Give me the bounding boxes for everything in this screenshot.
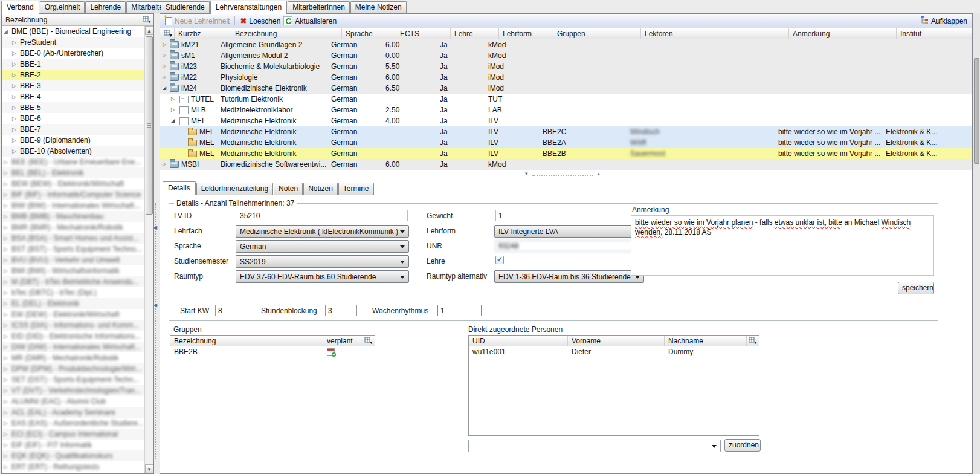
tree-item[interactable]: ▷ EAS (EAS) - Außerordentliche Studiere.… <box>2 418 144 429</box>
tree-expander-icon[interactable]: ▷ <box>4 461 11 472</box>
gruppen-col-verplant[interactable]: verplant <box>323 336 361 346</box>
tree-item[interactable]: ▷ EQK (EQK) - Qualifikationskurs <box>2 450 144 461</box>
left-tab[interactable]: Verband <box>1 1 39 14</box>
tree-item[interactable]: ▷ BBE-1 <box>2 59 144 70</box>
tree-item[interactable]: ▷ BMB (BMB) - Maschinenbau <box>2 211 144 222</box>
tree-item[interactable]: ▷ BST (BST) - Sports Equipment Techno... <box>2 244 144 255</box>
splitter-handle[interactable] <box>532 175 593 176</box>
lehrform-select[interactable]: ILV Integrierte LVA <box>494 225 642 238</box>
tree-item[interactable]: ▷ BBE-6 <box>2 113 144 124</box>
horizontal-splitter[interactable] <box>160 170 972 182</box>
tree-expander-icon[interactable]: ▷ <box>4 298 11 309</box>
course-row[interactable]: MEL Medizinische Elektronik German Ja IL… <box>160 148 972 159</box>
tree-item[interactable]: ▷ BBE-9 (Diplomanden) <box>2 135 144 146</box>
tree-item[interactable]: ▷ BBE-5 <box>2 102 144 113</box>
refresh-button[interactable]: Aktualisieren <box>283 16 337 25</box>
course-row[interactable]: ▷ iM22 Physiologie German 6.00 Ja iMod <box>160 72 972 83</box>
tree-item[interactable]: ▷ BMR (BMR) - Mechatronik/Robotik <box>2 222 144 233</box>
gruppen-row[interactable]: BBE2B <box>170 346 375 357</box>
tree-expander-icon[interactable]: ▷ <box>4 276 11 287</box>
tree-expander-icon[interactable]: ▷ <box>4 178 11 189</box>
detail-tab[interactable]: Termine <box>338 183 374 195</box>
scroll-down-icon[interactable]: ▼ <box>145 464 153 473</box>
zuordnen-button[interactable]: zuordnen <box>724 439 761 452</box>
row-expander-icon[interactable]: ▷ <box>163 61 170 72</box>
column-header[interactable]: Sprache <box>342 28 396 39</box>
tree-item[interactable]: ▷ M (DBT) - bTec-Betriebliche Anwendu... <box>2 276 144 287</box>
course-row[interactable]: ▷ iM23 Biochemie & Molekularbiologie Ger… <box>160 61 972 72</box>
tree-expander-icon[interactable]: ▷ <box>4 222 11 233</box>
tree-item[interactable]: ▷ BBE-10 (Absolventen) <box>2 146 144 157</box>
tree-expander-icon[interactable]: ▷ <box>4 157 11 167</box>
course-row[interactable]: ▷ MLB Medizinelektroniklabor German 2.50… <box>160 105 972 115</box>
personen-col-uid[interactable]: UID <box>469 336 568 346</box>
tree-item[interactable]: ▷ bTec (DBTC) - bTec (Dipl.) <box>2 287 144 298</box>
tree-item[interactable]: ▷ BEL (BEL) - Elektronik <box>2 167 144 178</box>
tree-expander-icon[interactable]: ▷ <box>12 102 20 113</box>
app-scrollbar-thumb[interactable] <box>974 58 979 164</box>
tree-expander-icon[interactable]: ▷ <box>4 385 11 396</box>
tree-expander-icon[interactable]: ▷ <box>4 342 11 352</box>
lehre-checkbox[interactable] <box>495 256 504 264</box>
column-selector-icon[interactable] <box>361 336 375 346</box>
tree-expander-icon[interactable]: ▷ <box>12 124 20 135</box>
left-tab[interactable]: Org.einheit <box>40 1 85 13</box>
splitter-collapse-icon[interactable]: ◀ <box>153 302 157 308</box>
column-selector-icon[interactable] <box>143 16 151 24</box>
tree-expander-icon[interactable]: ▷ <box>4 396 11 407</box>
tree-scrollbar[interactable]: ▲ ▼ <box>144 26 153 473</box>
splitter-collapse-icon[interactable]: ◀ <box>153 225 157 230</box>
main-tab[interactable]: Meine Notizen <box>350 1 407 13</box>
row-expander-icon[interactable]: ◢ <box>171 115 178 126</box>
column-header[interactable]: Gruppen <box>553 28 641 39</box>
wochenrhythmus-input[interactable] <box>437 305 482 316</box>
row-expander-icon[interactable]: ▷ <box>163 159 170 170</box>
tree-item[interactable]: ▷ EW (DEW) - Elektronik/Wirtschaft <box>2 309 144 320</box>
tree-item[interactable]: ▷ DPW (DPW) - Produkttechnologie/Wirt... <box>2 363 144 374</box>
tree-expander-icon[interactable]: ◢ <box>4 26 11 37</box>
column-header[interactable]: ECTS <box>396 28 451 39</box>
course-row[interactable]: ◢ MEL Medizinische Elektronik German 4.0… <box>160 115 972 126</box>
tree-item[interactable]: ▷ BIF (BIF) - Informatik/Computer Scienc… <box>2 189 144 200</box>
raumtyp-select[interactable]: EDV 37-60 EDV-Raum bis 60 Studierende <box>236 270 409 283</box>
tree-item[interactable]: ▷ BBE-4 <box>2 91 144 102</box>
column-header[interactable]: Institut <box>897 28 972 39</box>
app-scrollbar[interactable] <box>973 13 980 474</box>
tree-expander-icon[interactable]: ▷ <box>4 265 11 276</box>
course-row[interactable]: MEL Medizinische Elektronik German Ja IL… <box>160 126 972 137</box>
tree-item[interactable]: ▷ BEW (BEW) - Elektronik/Wirtschaft <box>2 178 144 189</box>
tree-expander-icon[interactable]: ▷ <box>12 59 20 70</box>
tree-expander-icon[interactable]: ▷ <box>12 37 20 48</box>
personen-col-nachname[interactable]: Nachname <box>665 336 747 346</box>
tree-expander-icon[interactable]: ▷ <box>12 146 20 157</box>
anmerkung-textarea[interactable]: bitte wieder so wie im Vorjahr planen - … <box>631 215 934 276</box>
tree-item[interactable]: ▷ SET (DST) - Sports-Equipment-Techn... <box>2 374 144 385</box>
tree-expander-icon[interactable]: ▷ <box>12 91 20 102</box>
detail-tab[interactable]: LektorInnenzuteilung <box>196 183 273 195</box>
tree-item[interactable]: ▷ ECI (ECI) - Campus International <box>2 429 144 440</box>
row-expander-icon[interactable]: ▷ <box>171 105 178 115</box>
tree-item[interactable]: ▷ ICSS (DIA) - Informations- und Komm... <box>2 320 144 331</box>
row-expander-icon[interactable]: ▷ <box>171 94 178 105</box>
speichern-button[interactable]: speichern <box>898 282 934 294</box>
tree-item[interactable]: ▷ BIW (BIW) - Internationales Wirtschaft… <box>2 200 144 211</box>
personen-row[interactable]: wu11e001 Dieter Dummy <box>469 346 759 357</box>
lvid-input[interactable] <box>237 210 408 221</box>
scroll-up-icon[interactable]: ▲ <box>145 26 153 35</box>
detail-tab[interactable]: Noten <box>274 183 303 195</box>
column-header[interactable]: Lehre <box>451 28 499 39</box>
column-selector-icon[interactable] <box>164 30 172 37</box>
tree-expander-icon[interactable]: ▷ <box>4 440 11 450</box>
aufklappen-button[interactable]: Aufklappen <box>931 17 967 25</box>
tree-expander-icon[interactable]: ▷ <box>4 255 11 265</box>
tree-item[interactable]: ▷ EIF (EIF) - FIT Informatik <box>2 440 144 450</box>
detail-tab[interactable]: Notizen <box>303 183 338 195</box>
left-tab[interactable]: Lehrende <box>85 1 126 13</box>
tree-expander-icon[interactable]: ▷ <box>12 135 20 146</box>
tree-expander-icon[interactable]: ▷ <box>12 80 20 91</box>
tree-item[interactable]: ▷ MR (DMR) - Mechatronik/Robotik <box>2 352 144 363</box>
tree-item[interactable]: ▷ BBE-3 <box>2 80 144 91</box>
gruppen-col-bezeichnung[interactable]: Bezeichnung <box>170 336 323 346</box>
tree-item[interactable]: ▷ ALUMNI (EAC) - Alumni Club <box>2 396 144 407</box>
main-tab[interactable]: Studierende <box>161 1 210 13</box>
